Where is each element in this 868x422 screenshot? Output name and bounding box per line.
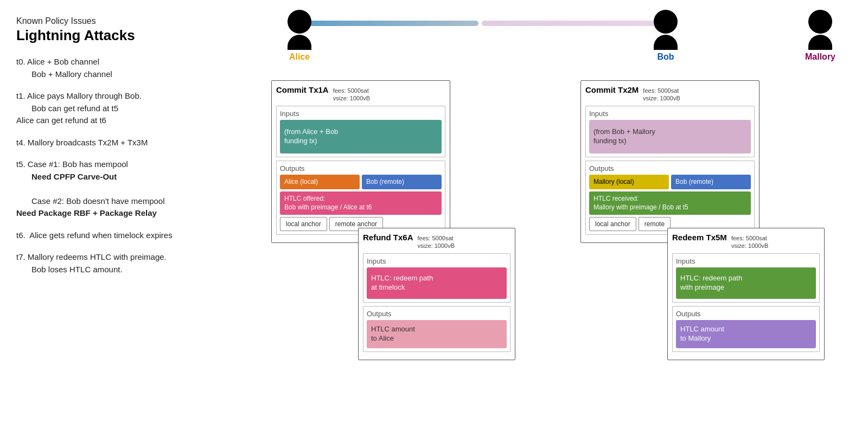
tx1a-meta: fees: 5000sat vsize: 1000vB bbox=[333, 87, 370, 103]
tx6a-outputs-label: Outputs bbox=[367, 310, 507, 318]
tx2m-container: Commit Tx2M fees: 5000sat vsize: 1000vB … bbox=[580, 80, 760, 243]
t5-case1-bold: Need CPFP Carve-Out bbox=[31, 172, 117, 181]
tx2m-htlc: HTLC received:Mallory with preimage / Bo… bbox=[589, 191, 751, 215]
bob-label: Bob bbox=[657, 52, 674, 62]
tx2m-title: Commit Tx2M bbox=[585, 85, 639, 94]
main-title: Lightning Attacks bbox=[16, 27, 228, 44]
tx6a-box: Refund Tx6A fees: 5000sat vsize: 1000vB … bbox=[358, 228, 515, 360]
tx1a-out-row1: Alice (local) Bob (remote) bbox=[280, 175, 442, 190]
mallory-body-icon bbox=[808, 35, 832, 50]
tx6a-outputs-block: Outputs HTLC amountto Alice bbox=[363, 306, 510, 352]
actor-alice: Alice bbox=[288, 10, 311, 62]
tx1a-bob-remote: Bob (remote) bbox=[362, 175, 442, 190]
tx5m-container: Redeem Tx5M fees: 5000sat vsize: 1000vB … bbox=[667, 228, 825, 360]
alice-head-icon bbox=[288, 10, 311, 34]
tx2m-outputs-block: Outputs Mallory (local) Bob (remote) HTL… bbox=[585, 161, 755, 235]
tx5m-title: Redeem Tx5M bbox=[672, 233, 727, 242]
tx6a-meta: fees: 5000sat vsize: 1000vB bbox=[418, 234, 455, 250]
timeline-t7: t7. Mallory redeems HTLC with preimage. … bbox=[16, 251, 228, 276]
actor-bob: Bob bbox=[654, 10, 678, 62]
tx1a-box: Commit Tx1A fees: 5000sat vsize: 1000vB … bbox=[271, 80, 450, 243]
tx5m-outputs-label: Outputs bbox=[676, 310, 816, 318]
alice-body-icon bbox=[288, 35, 311, 50]
tx1a-outputs-block: Outputs Alice (local) Bob (remote) HTLC … bbox=[276, 161, 445, 235]
tx1a-outputs-label: Outputs bbox=[280, 164, 442, 172]
tx1a-local-anchor: local anchor bbox=[280, 217, 327, 231]
tx1a-input1: (from Alice + Bobfunding tx) bbox=[280, 120, 442, 154]
timeline-t0: t0. Alice + Bob channel Bob + Mallory ch… bbox=[16, 56, 228, 80]
tx1a-alice-local: Alice (local) bbox=[280, 175, 360, 190]
timeline-t6: t6. Alice gets refund when timelock expi… bbox=[16, 229, 228, 242]
tx5m-input1: HTLC: redeem pathwith preimage bbox=[676, 267, 816, 299]
tx6a-inputs-block: Inputs HTLC: redeem pathat timelock bbox=[363, 253, 510, 303]
tx2m-out-row1: Mallory (local) Bob (remote) bbox=[589, 175, 751, 190]
right-panel: Alice Bob Mallory Commit Tx1A fees: 5000… bbox=[239, 0, 868, 422]
tx1a-htlc: HTLC offered:Bob with preimage / Alice a… bbox=[280, 191, 442, 215]
tx1a-container: Commit Tx1A fees: 5000sat vsize: 1000vB … bbox=[271, 80, 450, 243]
tx1a-inputs-block: Inputs (from Alice + Bobfunding tx) bbox=[276, 106, 445, 157]
tx5m-out1: HTLC amountto Mallory bbox=[676, 320, 816, 348]
bob-head-icon bbox=[654, 10, 678, 34]
left-panel: Known Policy Issues Lightning Attacks t0… bbox=[0, 0, 239, 422]
tx2m-bob-remote: Bob (remote) bbox=[671, 175, 751, 190]
tx6a-out1: HTLC amountto Alice bbox=[367, 320, 507, 348]
bob-body-icon bbox=[654, 35, 678, 50]
timeline-t4: t4. Mallory broadcasts Tx2M + Tx3M bbox=[16, 137, 228, 149]
tx2m-inputs-label: Inputs bbox=[589, 110, 751, 118]
alice-label: Alice bbox=[289, 52, 310, 62]
tx6a-container: Refund Tx6A fees: 5000sat vsize: 1000vB … bbox=[358, 228, 515, 360]
tx6a-title: Refund Tx6A bbox=[363, 233, 413, 242]
tx5m-title-row: Redeem Tx5M fees: 5000sat vsize: 1000vB bbox=[672, 233, 820, 250]
timeline-t5: t5. Case #1: Bob has mempool Need CPFP C… bbox=[16, 158, 228, 220]
tx6a-inputs-label: Inputs bbox=[367, 257, 507, 265]
actor-mallory: Mallory bbox=[805, 10, 835, 62]
tx6a-title-row: Refund Tx6A fees: 5000sat vsize: 1000vB bbox=[363, 233, 510, 250]
tx5m-meta: fees: 5000sat vsize: 1000vB bbox=[731, 234, 768, 250]
subtitle: Known Policy Issues bbox=[16, 16, 228, 26]
tx5m-box: Redeem Tx5M fees: 5000sat vsize: 1000vB … bbox=[667, 228, 825, 360]
tx2m-mallory-local: Mallory (local) bbox=[589, 175, 669, 190]
tx1a-title-row: Commit Tx1A fees: 5000sat vsize: 1000vB bbox=[276, 85, 445, 103]
tx1a-inputs-label: Inputs bbox=[280, 110, 442, 118]
t5-case2-bold: Need Package RBF + Package Relay bbox=[16, 208, 157, 218]
tx2m-inputs-block: Inputs (from Bob + Malloryfunding tx) bbox=[585, 106, 755, 157]
tx5m-inputs-label: Inputs bbox=[676, 257, 816, 265]
tx5m-outputs-block: Outputs HTLC amountto Mallory bbox=[672, 306, 820, 352]
tx6a-input1: HTLC: redeem pathat timelock bbox=[367, 267, 507, 299]
tx2m-local-anchor: local anchor bbox=[589, 217, 636, 231]
tx2m-box: Commit Tx2M fees: 5000sat vsize: 1000vB … bbox=[580, 80, 760, 243]
tx2m-meta: fees: 5000sat vsize: 1000vB bbox=[643, 87, 680, 103]
tx2m-input1: (from Bob + Malloryfunding tx) bbox=[589, 120, 751, 154]
tx5m-inputs-block: Inputs HTLC: redeem pathwith preimage bbox=[672, 253, 820, 303]
mallory-label: Mallory bbox=[805, 52, 835, 62]
mallory-head-icon bbox=[808, 10, 832, 34]
tx2m-remote-anchor: remote bbox=[639, 217, 671, 231]
tx2m-title-row: Commit Tx2M fees: 5000sat vsize: 1000vB bbox=[585, 85, 755, 103]
timeline-t1: t1. Alice pays Mallory through Bob. Bob … bbox=[16, 90, 228, 127]
network-bar: Alice Bob Mallory bbox=[282, 10, 835, 62]
tx1a-title: Commit Tx1A bbox=[276, 85, 329, 94]
tx2m-outputs-label: Outputs bbox=[589, 164, 751, 172]
